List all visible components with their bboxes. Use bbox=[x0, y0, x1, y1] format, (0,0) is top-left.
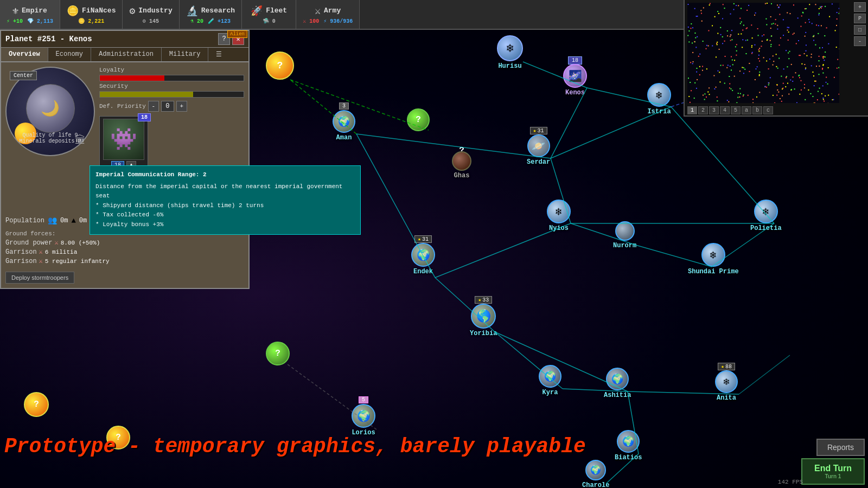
empire-label: Empire bbox=[22, 7, 47, 15]
minimap-zoom-out[interactable]: - bbox=[854, 36, 866, 46]
planet-hurisu[interactable]: ❄ Hurisu bbox=[497, 35, 523, 70]
planet-shundai[interactable]: ❄ Shundai Prime bbox=[688, 243, 739, 275]
army-stat2: ⚡ 936/936 bbox=[323, 18, 353, 24]
empire-button[interactable]: ⚜ Empire ⚡ +10 💎 2,113 bbox=[0, 0, 60, 29]
minimap-tab-5[interactable]: 5 bbox=[731, 106, 741, 114]
pop-up-value: 0m bbox=[79, 217, 87, 224]
tab-economy[interactable]: Economy bbox=[48, 48, 91, 61]
research-stat1: ⚗ 20 bbox=[190, 18, 203, 24]
planet-nurorm[interactable]: Nurorm bbox=[613, 221, 636, 249]
portrait-face: 👾 bbox=[103, 119, 144, 160]
yoribia-label: Yoribia bbox=[470, 330, 497, 337]
communication-tooltip: Imperial Communication Range: 2 Distance… bbox=[90, 165, 361, 235]
planet-charole[interactable]: 🌍 Charole bbox=[582, 460, 609, 488]
end-turn-button[interactable]: End Turn Turn 1 bbox=[801, 458, 865, 485]
garrison2-row: Garrison ⚔ 5 regular infantry bbox=[5, 257, 244, 265]
army-stat1: ⚔ 100 bbox=[303, 18, 319, 24]
garrison1-label: Garrison bbox=[5, 248, 37, 256]
pop-up-icon: ▲ bbox=[71, 216, 75, 225]
tab-administration[interactable]: Administration bbox=[91, 48, 162, 61]
unknown-planet-2[interactable]: ? bbox=[407, 108, 430, 131]
aman-label: Aman bbox=[336, 134, 352, 142]
fleet-icon: 🚀 bbox=[251, 5, 263, 17]
minimap-square[interactable]: □ bbox=[854, 25, 866, 35]
research-button[interactable]: 🔬 Research ⚗ 20 🧪 +123 bbox=[180, 0, 242, 29]
planet-serdar[interactable]: ★31 🪐 Serdar bbox=[527, 134, 550, 166]
fleet-stat: 🛸 0 bbox=[263, 18, 276, 24]
def-priority-row: Def. Priority - 0 + bbox=[99, 101, 244, 112]
planet-endek[interactable]: ★31 🌍 Endek bbox=[411, 243, 435, 275]
tab-military[interactable]: Military bbox=[162, 48, 209, 61]
minimap-tab-a[interactable]: a bbox=[742, 106, 751, 114]
finances-button[interactable]: 🪙 FiNaNces 🪙 2,221 bbox=[60, 0, 123, 29]
army-icon: ⚔ bbox=[315, 5, 321, 17]
industry-button[interactable]: ⚙ Industry ⚙ 145 bbox=[123, 0, 179, 29]
planet-visual: Center 🌙 🏛 Quality of life 9Minerals dep… bbox=[5, 67, 95, 156]
security-bar bbox=[100, 92, 193, 97]
loyalty-label: Loyalty bbox=[99, 67, 124, 73]
reports-button[interactable]: Reports bbox=[816, 439, 865, 456]
serdar-label: Serdar bbox=[527, 158, 550, 166]
hurisu-label: Hurisu bbox=[498, 62, 521, 70]
population-icon: 👥 bbox=[48, 216, 57, 225]
ground-forces-section: Ground forces: Ground power ⚔ 8.00 (+50%… bbox=[5, 230, 244, 266]
nurorm-label: Nurorm bbox=[613, 242, 636, 249]
minimap-canvas[interactable] bbox=[687, 3, 839, 103]
tab-menu[interactable]: ☰ bbox=[208, 48, 229, 61]
minimap-tab-c[interactable]: c bbox=[763, 106, 773, 114]
lorios-badge: 5 bbox=[359, 396, 368, 403]
minimap-controls: + P □ - bbox=[854, 2, 866, 46]
planet-kenos[interactable]: 18 🌌 Kenos bbox=[563, 64, 587, 97]
minimap-zoom-in[interactable]: + bbox=[854, 2, 866, 12]
tooltip-line3: * Tax collected -6% bbox=[95, 210, 355, 220]
minimap-tab-2[interactable]: 2 bbox=[698, 106, 708, 114]
biatios-label: Biatios bbox=[615, 454, 642, 461]
def-priority-minus[interactable]: - bbox=[148, 101, 159, 112]
finances-stat: 🪙 2,221 bbox=[78, 18, 104, 24]
planet-biatios[interactable]: 🌍 Biatios bbox=[615, 430, 642, 461]
polietia-label: Polietia bbox=[750, 224, 782, 232]
center-button[interactable]: Center bbox=[10, 71, 37, 80]
planet-aman[interactable]: 3 🌍 Aman bbox=[333, 110, 355, 142]
def-priority-plus[interactable]: + bbox=[176, 101, 187, 112]
unknown-planet-4[interactable]: ? bbox=[24, 392, 49, 417]
minimap-tabs: 1 2 3 4 5 a b c bbox=[687, 106, 773, 114]
planet-istria[interactable]: ❄ Istria bbox=[647, 83, 671, 115]
unknown-planet-1[interactable]: ? bbox=[266, 52, 294, 80]
planet-ashitia[interactable]: 🌍 Ashitia bbox=[604, 368, 631, 399]
minimap-tab-4[interactable]: 4 bbox=[720, 106, 730, 114]
end-turn-label: End Turn bbox=[814, 464, 852, 473]
fleet-label: Fleet bbox=[266, 7, 287, 15]
minimap-tab-3[interactable]: 3 bbox=[709, 106, 719, 114]
tab-overview[interactable]: Overview bbox=[1, 48, 48, 61]
deploy-stormtroopers-button[interactable]: Deploy stormtroopers bbox=[5, 272, 74, 284]
loyalty-bar-container bbox=[99, 75, 244, 81]
fleet-button[interactable]: 🚀 Fleet 🛸 0 bbox=[242, 0, 296, 29]
portrait-badge: 18 bbox=[138, 113, 151, 121]
fps-counter: 142 FPS bbox=[778, 479, 803, 485]
army-button[interactable]: ⚔ Army ⚔ 100 ⚡ 936/936 bbox=[296, 0, 360, 29]
planet-quality: Quality of life 9Minerals deposits 2 bbox=[19, 132, 81, 144]
industry-label: Industry bbox=[138, 7, 172, 15]
planet-polietia[interactable]: ❄ Polietia bbox=[750, 200, 782, 232]
bottom-bar: Reports End Turn Turn 1 bbox=[798, 435, 868, 488]
minimap-P[interactable]: P bbox=[854, 14, 866, 23]
minimap-tab-b[interactable]: b bbox=[752, 106, 762, 114]
garrison1-row: Garrison ⚔ 6 militia bbox=[5, 248, 244, 256]
unknown-planet-3[interactable]: ? bbox=[266, 342, 290, 365]
unknown-planet-5[interactable]: ? bbox=[106, 426, 130, 450]
lorios-label: Lorios bbox=[352, 429, 375, 436]
ground-power-icon: ⚔ bbox=[54, 239, 58, 247]
ground-power-label: Ground power bbox=[5, 239, 52, 247]
planet-yoribia[interactable]: ★33 🌎 Yoribia bbox=[470, 304, 497, 337]
minimap-tab-1[interactable]: 1 bbox=[687, 106, 697, 114]
loyalty-section: Loyalty Alien Security bbox=[99, 67, 244, 98]
tooltip-line4: * Loyalty bonus +3% bbox=[95, 220, 355, 230]
ground-power-row: Ground power ⚔ 8.00 (+50%) bbox=[5, 239, 244, 247]
planet-nyios[interactable]: ❄ Nyios bbox=[547, 200, 571, 232]
planet-kyra[interactable]: 🌍 Kyra bbox=[539, 365, 561, 396]
planet-anita[interactable]: ★88 ❄ Anita bbox=[715, 370, 738, 402]
tooltip-title: Imperial Communication Range: 2 bbox=[95, 170, 355, 180]
planet-ghas[interactable]: ? Ghas bbox=[452, 151, 471, 179]
planet-lorios[interactable]: 5 🌍 Lorios bbox=[352, 404, 375, 436]
